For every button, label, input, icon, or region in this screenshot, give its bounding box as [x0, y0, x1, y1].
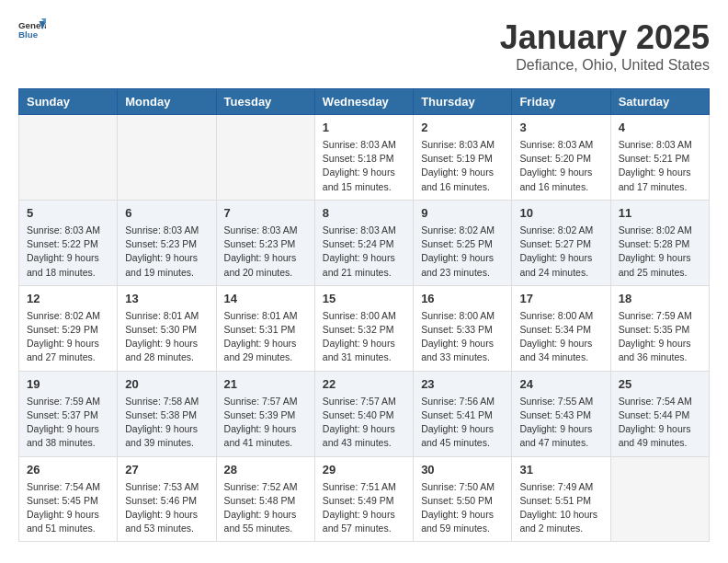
calendar-week-row: 19Sunrise: 7:59 AM Sunset: 5:37 PM Dayli… [19, 371, 710, 456]
day-number: 4 [619, 121, 701, 134]
day-number: 1 [323, 121, 405, 134]
day-number: 6 [125, 206, 208, 220]
day-number: 3 [519, 121, 602, 134]
day-number: 2 [421, 121, 504, 134]
day-number: 9 [421, 206, 504, 220]
day-number: 28 [224, 463, 307, 477]
day-info: Sunrise: 7:52 AM Sunset: 5:48 PM Dayligh… [224, 480, 307, 536]
day-number: 7 [224, 206, 307, 220]
calendar-cell: 9Sunrise: 8:02 AM Sunset: 5:25 PM Daylig… [414, 200, 512, 285]
weekday-header-monday: Monday [118, 89, 216, 115]
calendar-cell: 4Sunrise: 8:03 AM Sunset: 5:21 PM Daylig… [610, 115, 709, 201]
day-number: 11 [619, 206, 701, 220]
day-number: 25 [619, 377, 701, 391]
calendar-cell: 31Sunrise: 7:49 AM Sunset: 5:51 PM Dayli… [512, 456, 610, 542]
calendar-cell: 1Sunrise: 8:03 AM Sunset: 5:18 PM Daylig… [314, 115, 413, 201]
calendar-cell: 3Sunrise: 8:03 AM Sunset: 5:20 PM Daylig… [512, 115, 610, 201]
weekday-header-friday: Friday [512, 89, 610, 115]
weekday-header-sunday: Sunday [19, 89, 118, 115]
location-title: Defiance, Ohio, United States [500, 57, 710, 74]
calendar-cell: 23Sunrise: 7:56 AM Sunset: 5:41 PM Dayli… [414, 371, 512, 456]
day-number: 21 [224, 377, 307, 391]
day-info: Sunrise: 8:03 AM Sunset: 5:21 PM Dayligh… [619, 138, 701, 194]
calendar-cell: 5Sunrise: 8:03 AM Sunset: 5:22 PM Daylig… [19, 200, 118, 285]
day-number: 14 [224, 292, 307, 305]
day-info: Sunrise: 7:59 AM Sunset: 5:35 PM Dayligh… [619, 309, 701, 365]
day-info: Sunrise: 8:01 AM Sunset: 5:30 PM Dayligh… [125, 309, 208, 365]
day-number: 12 [27, 292, 109, 305]
calendar-cell: 28Sunrise: 7:52 AM Sunset: 5:48 PM Dayli… [216, 456, 314, 542]
weekday-header-row: SundayMondayTuesdayWednesdayThursdayFrid… [19, 89, 710, 115]
calendar-cell: 2Sunrise: 8:03 AM Sunset: 5:19 PM Daylig… [414, 115, 512, 201]
calendar-week-row: 5Sunrise: 8:03 AM Sunset: 5:22 PM Daylig… [19, 200, 710, 285]
calendar-cell: 19Sunrise: 7:59 AM Sunset: 5:37 PM Dayli… [19, 371, 118, 456]
calendar-cell [610, 456, 709, 542]
day-info: Sunrise: 7:59 AM Sunset: 5:37 PM Dayligh… [27, 395, 109, 451]
calendar-week-row: 26Sunrise: 7:54 AM Sunset: 5:45 PM Dayli… [19, 456, 710, 542]
calendar-cell: 21Sunrise: 7:57 AM Sunset: 5:39 PM Dayli… [216, 371, 314, 456]
generalblue-logo-icon: General Blue [18, 18, 46, 40]
day-info: Sunrise: 7:50 AM Sunset: 5:50 PM Dayligh… [421, 480, 504, 536]
day-number: 19 [27, 377, 109, 391]
day-info: Sunrise: 7:51 AM Sunset: 5:49 PM Dayligh… [323, 480, 405, 536]
calendar-cell [19, 115, 118, 201]
day-info: Sunrise: 7:57 AM Sunset: 5:39 PM Dayligh… [224, 395, 307, 451]
weekday-header-thursday: Thursday [414, 89, 512, 115]
weekday-header-tuesday: Tuesday [216, 89, 314, 115]
calendar-cell: 7Sunrise: 8:03 AM Sunset: 5:23 PM Daylig… [216, 200, 314, 285]
day-number: 5 [27, 206, 109, 220]
calendar-cell: 12Sunrise: 8:02 AM Sunset: 5:29 PM Dayli… [19, 285, 118, 371]
calendar-cell: 24Sunrise: 7:55 AM Sunset: 5:43 PM Dayli… [512, 371, 610, 456]
weekday-header-saturday: Saturday [610, 89, 709, 115]
day-info: Sunrise: 8:03 AM Sunset: 5:19 PM Dayligh… [421, 138, 504, 194]
day-number: 30 [421, 463, 504, 477]
calendar-cell: 8Sunrise: 8:03 AM Sunset: 5:24 PM Daylig… [314, 200, 413, 285]
calendar-cell: 13Sunrise: 8:01 AM Sunset: 5:30 PM Dayli… [118, 285, 216, 371]
title-area: January 2025 Defiance, Ohio, United Stat… [500, 18, 710, 74]
calendar-week-row: 12Sunrise: 8:02 AM Sunset: 5:29 PM Dayli… [19, 285, 710, 371]
day-info: Sunrise: 8:02 AM Sunset: 5:25 PM Dayligh… [421, 224, 504, 280]
day-number: 27 [125, 463, 208, 477]
calendar-cell [118, 115, 216, 201]
day-number: 24 [519, 377, 602, 391]
day-info: Sunrise: 7:54 AM Sunset: 5:44 PM Dayligh… [619, 395, 701, 451]
day-number: 26 [27, 463, 109, 477]
calendar-cell: 14Sunrise: 8:01 AM Sunset: 5:31 PM Dayli… [216, 285, 314, 371]
weekday-header-wednesday: Wednesday [314, 89, 413, 115]
calendar-cell: 6Sunrise: 8:03 AM Sunset: 5:23 PM Daylig… [118, 200, 216, 285]
calendar-cell: 29Sunrise: 7:51 AM Sunset: 5:49 PM Dayli… [314, 456, 413, 542]
day-info: Sunrise: 8:00 AM Sunset: 5:33 PM Dayligh… [421, 309, 504, 365]
day-info: Sunrise: 8:03 AM Sunset: 5:23 PM Dayligh… [224, 224, 307, 280]
calendar-cell: 16Sunrise: 8:00 AM Sunset: 5:33 PM Dayli… [414, 285, 512, 371]
day-info: Sunrise: 8:03 AM Sunset: 5:23 PM Dayligh… [125, 224, 208, 280]
day-number: 15 [323, 292, 405, 305]
calendar-cell [216, 115, 314, 201]
day-info: Sunrise: 7:55 AM Sunset: 5:43 PM Dayligh… [519, 395, 602, 451]
day-number: 18 [619, 292, 701, 305]
day-info: Sunrise: 8:00 AM Sunset: 5:32 PM Dayligh… [323, 309, 405, 365]
calendar-cell: 30Sunrise: 7:50 AM Sunset: 5:50 PM Dayli… [414, 456, 512, 542]
day-number: 23 [421, 377, 504, 391]
day-number: 8 [323, 206, 405, 220]
calendar: SundayMondayTuesdayWednesdayThursdayFrid… [18, 88, 710, 542]
day-info: Sunrise: 8:02 AM Sunset: 5:28 PM Dayligh… [619, 224, 701, 280]
day-info: Sunrise: 8:01 AM Sunset: 5:31 PM Dayligh… [224, 309, 307, 365]
day-info: Sunrise: 8:02 AM Sunset: 5:27 PM Dayligh… [519, 224, 602, 280]
day-info: Sunrise: 8:03 AM Sunset: 5:18 PM Dayligh… [323, 138, 405, 194]
day-info: Sunrise: 7:49 AM Sunset: 5:51 PM Dayligh… [519, 480, 602, 536]
day-number: 29 [323, 463, 405, 477]
day-info: Sunrise: 8:03 AM Sunset: 5:20 PM Dayligh… [519, 138, 602, 194]
calendar-cell: 15Sunrise: 8:00 AM Sunset: 5:32 PM Dayli… [314, 285, 413, 371]
calendar-cell: 11Sunrise: 8:02 AM Sunset: 5:28 PM Dayli… [610, 200, 709, 285]
logo: General Blue [18, 18, 46, 40]
day-info: Sunrise: 8:03 AM Sunset: 5:22 PM Dayligh… [27, 224, 109, 280]
day-info: Sunrise: 7:57 AM Sunset: 5:40 PM Dayligh… [323, 395, 405, 451]
day-number: 22 [323, 377, 405, 391]
day-info: Sunrise: 8:03 AM Sunset: 5:24 PM Dayligh… [323, 224, 405, 280]
day-number: 20 [125, 377, 208, 391]
day-info: Sunrise: 7:53 AM Sunset: 5:46 PM Dayligh… [125, 480, 208, 536]
month-title: January 2025 [500, 18, 710, 57]
calendar-cell: 22Sunrise: 7:57 AM Sunset: 5:40 PM Dayli… [314, 371, 413, 456]
day-number: 16 [421, 292, 504, 305]
day-number: 13 [125, 292, 208, 305]
